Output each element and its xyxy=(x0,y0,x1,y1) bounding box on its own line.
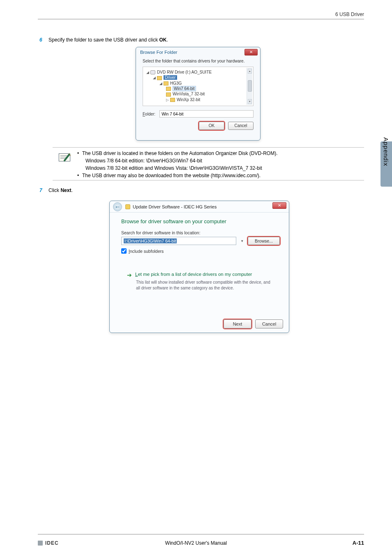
close-button[interactable]: ✕ xyxy=(272,202,286,209)
note-line-3: Windows 7/8 32-bit edition and Windows V… xyxy=(77,164,359,172)
step-6-bold: OK xyxy=(159,37,167,43)
path-input-value: I:\Driver\HG3G\Win7 64-bit xyxy=(124,238,177,243)
step-7: 7 Click Next. xyxy=(39,187,73,193)
note-line-4: The USB driver may also be downloaded fr… xyxy=(82,172,261,179)
folder-input[interactable] xyxy=(159,110,254,118)
header-section: 6 USB Driver xyxy=(335,12,364,17)
folder-icon xyxy=(157,76,162,80)
path-input[interactable]: I:\Driver\HG3G\Win7 64-bit xyxy=(121,237,236,245)
arrow-right-icon: ➔ xyxy=(127,272,132,278)
note-icon xyxy=(58,151,71,163)
disc-icon xyxy=(150,70,155,74)
header-rule xyxy=(38,19,364,19)
scroll-thumb[interactable] xyxy=(248,80,252,92)
update-driver-dialog: ✕ ← Update Driver Software - IDEC HG Ser… xyxy=(109,201,289,333)
scroll-down-icon[interactable]: ▾ xyxy=(248,99,252,104)
step-7-text-b: . xyxy=(71,187,72,193)
note-text: •The USB driver is located in these fold… xyxy=(77,150,359,179)
close-button[interactable]: ✕ xyxy=(244,49,258,56)
cancel-button[interactable]: Cancel xyxy=(255,319,283,328)
browse-for-folder-dialog: ✕ Browse For Folder Select the folder th… xyxy=(136,47,261,141)
option-description: This list will show installed driver sof… xyxy=(136,280,274,291)
folder-icon xyxy=(170,98,175,102)
option-title: LLet me pick from a list of device drive… xyxy=(135,272,252,277)
tree-node-winvista[interactable]: WinVista_7 32-bit xyxy=(146,91,250,97)
note-line-1: The USB driver is located in these folde… xyxy=(82,150,278,157)
dialog-titlebar: ← Update Driver Software - IDEC HG Serie… xyxy=(110,201,289,213)
footer-center: WindO/I-NV2 User's Manual xyxy=(0,540,392,546)
step-7-text-a: Click xyxy=(48,187,60,193)
browse-button[interactable]: Browse... xyxy=(248,237,280,245)
cancel-button[interactable]: Cancel xyxy=(228,122,254,130)
ok-button[interactable]: OK xyxy=(199,122,224,130)
side-tab-label: Appendix xyxy=(383,137,390,166)
note-rule-bot xyxy=(53,180,364,180)
folder-icon xyxy=(166,92,171,97)
back-button[interactable]: ← xyxy=(113,202,122,211)
pick-from-list-option[interactable]: ➔ LLet me pick from a list of device dri… xyxy=(121,268,280,294)
tree-node-driver[interactable]: ◢Driver xyxy=(146,75,250,80)
dialog-title: Browse For Folder xyxy=(136,47,260,56)
folder-label: FFolder:older: xyxy=(143,112,155,116)
step-6: 6 Specify the folder to save the USB dri… xyxy=(39,37,168,43)
dialog-subtitle: Select the folder that contains drivers … xyxy=(136,56,260,67)
step-7-number: 7 xyxy=(39,187,42,193)
folder-icon xyxy=(164,81,168,86)
include-subfolders-input[interactable] xyxy=(121,248,127,254)
dropdown-icon[interactable]: ▾ xyxy=(240,239,244,243)
note-rule-top xyxy=(53,147,364,148)
tree-node-hg3g[interactable]: ◢HG3G xyxy=(146,81,250,86)
step-6-number: 6 xyxy=(39,37,42,43)
tree-node-drive[interactable]: ◢DVD RW Drive (I:) AO_SUITE xyxy=(146,69,250,75)
search-label: Search for driver software in this locat… xyxy=(121,230,280,235)
tree-node-winxp[interactable]: ▷WinXp 32-bit xyxy=(146,97,250,102)
step-6-text-a: Specify the folder to save the USB drive… xyxy=(48,37,159,43)
dialog-heading: Browse for driver software on your compu… xyxy=(121,218,280,224)
folder-tree[interactable]: ◢DVD RW Drive (I:) AO_SUITE ◢Driver ◢HG3… xyxy=(143,67,254,106)
folder-icon xyxy=(166,87,171,91)
step-7-bold: Next xyxy=(60,187,71,193)
footer-rule xyxy=(38,534,364,534)
scroll-up-icon[interactable]: ▴ xyxy=(248,69,252,74)
note-line-2: Windows 7/8 64-bit edition: \Driver\HG3G… xyxy=(77,157,359,164)
include-subfolders-checkbox[interactable]: IInclude subfoldersnclude subfolders xyxy=(121,248,280,254)
step-6-text-b: . xyxy=(167,37,168,43)
shield-icon xyxy=(125,204,130,209)
tree-node-win7-64[interactable]: Win7 64-bit xyxy=(146,86,250,91)
scrollbar[interactable]: ▴ ▾ xyxy=(247,68,252,105)
next-button[interactable]: Next xyxy=(224,319,251,328)
dialog-title: Update Driver Software - IDEC HG Series xyxy=(133,204,217,209)
footer-page-number: A-11 xyxy=(353,540,364,546)
